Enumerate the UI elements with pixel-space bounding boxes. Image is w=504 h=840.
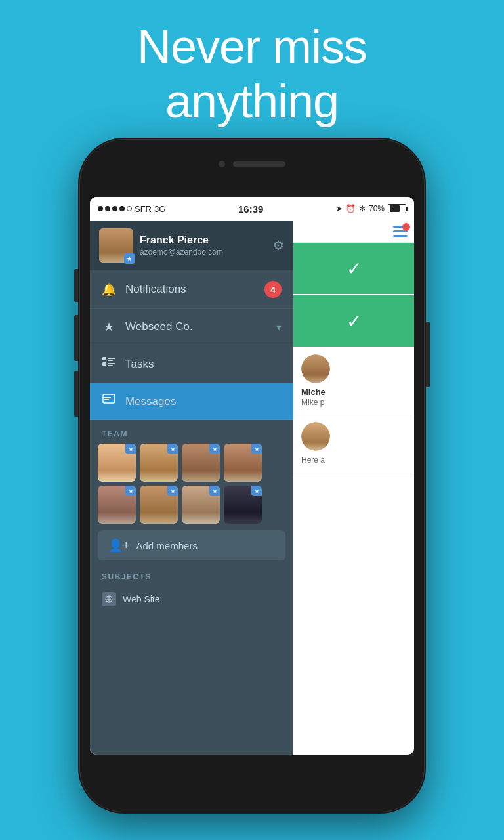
avatar-star-badge: ★	[124, 253, 135, 264]
team-member-7[interactable]: ★	[182, 486, 220, 524]
webseed-label: Webseed Co.	[125, 320, 267, 333]
sidebar: ★ Franck Pierce azdemo@azendoo.com ⚙ 🔔 N…	[90, 220, 293, 755]
volume-up-button	[74, 315, 78, 361]
checkmark-icon-1: ✓	[346, 258, 362, 280]
subject-website-label: Web Site	[123, 594, 160, 604]
message-text-1: Mike p	[301, 397, 406, 408]
member-star-5: ★	[125, 486, 136, 496]
camera-dot	[219, 161, 225, 167]
svg-rect-4	[108, 363, 116, 364]
team-member-8[interactable]: ★	[224, 486, 262, 524]
team-member-3[interactable]: ★	[182, 444, 220, 482]
chevron-down-icon: ▾	[276, 321, 282, 333]
settings-button[interactable]: ⚙	[272, 238, 284, 253]
message-text-2: Here a	[301, 455, 406, 466]
member-star-8: ★	[251, 486, 262, 496]
volume-toggle-button	[74, 269, 78, 302]
nav-item-messages[interactable]: Messages	[90, 383, 293, 420]
add-members-label: Add members	[136, 540, 198, 551]
message-preview-2[interactable]: Here a	[293, 415, 414, 473]
carrier-label: SFR	[135, 204, 152, 214]
right-header	[293, 220, 414, 243]
volume-down-button	[74, 371, 78, 417]
status-left: SFR 3G	[98, 204, 165, 214]
checkmark-icon-2: ✓	[346, 310, 362, 332]
user-email: azdemo@azendoo.com	[140, 247, 266, 257]
speaker-bar	[233, 161, 285, 167]
battery-fill	[390, 205, 400, 212]
notifications-label: Notifications	[125, 283, 255, 296]
message-preview-1[interactable]: Miche Mike p	[293, 348, 414, 415]
member-star-4: ★	[251, 444, 262, 454]
add-person-icon: 👤+	[108, 538, 130, 553]
signal-dot-1	[98, 206, 103, 211]
team-member-2[interactable]: ★	[140, 444, 178, 482]
svg-rect-3	[102, 362, 106, 366]
battery-icon	[388, 204, 406, 213]
power-button	[426, 322, 430, 387]
task-item-2[interactable]: ✓	[293, 295, 414, 348]
location-icon: ➤	[336, 204, 343, 213]
bell-icon: 🔔	[102, 282, 116, 297]
status-bar: SFR 3G 16:39 ➤ ⏰ ✻ 70%	[90, 197, 414, 220]
signal-dots	[98, 206, 132, 211]
signal-dot-4	[119, 206, 125, 211]
notification-dot	[402, 223, 410, 231]
team-member-5[interactable]: ★	[98, 486, 136, 524]
team-member-1[interactable]: ★	[98, 444, 136, 482]
user-info: Franck Pierce azdemo@azendoo.com	[140, 234, 266, 257]
svg-rect-2	[108, 360, 113, 361]
nav-item-webseed[interactable]: ★ Webseed Co. ▾	[90, 309, 293, 345]
menu-line-3	[393, 235, 408, 237]
team-member-6[interactable]: ★	[140, 486, 178, 524]
member-star-3: ★	[209, 444, 220, 454]
member-star-2: ★	[167, 444, 178, 454]
svg-rect-0	[102, 357, 106, 360]
team-grid: ★ ★ ★ ★ ★	[90, 444, 293, 524]
member-star-6: ★	[167, 486, 178, 496]
user-avatar-wrap: ★	[99, 228, 133, 262]
signal-dot-2	[105, 206, 110, 211]
time-display: 16:39	[238, 203, 263, 215]
right-panel: ✓ ✓ Miche Mike p	[293, 220, 414, 755]
hero-title: Never miss anything	[0, 20, 504, 129]
network-label: 3G	[154, 204, 165, 214]
menu-icon-button[interactable]	[393, 226, 408, 237]
svg-rect-1	[108, 358, 116, 359]
user-header[interactable]: ★ Franck Pierce azdemo@azendoo.com ⚙	[90, 220, 293, 270]
subject-icon	[102, 592, 116, 606]
task-item-1[interactable]: ✓	[293, 243, 414, 295]
phone-screen: SFR 3G 16:39 ➤ ⏰ ✻ 70%	[90, 197, 414, 755]
nav-item-notifications[interactable]: 🔔 Notifications 4	[90, 270, 293, 309]
member-star-7: ★	[209, 486, 220, 496]
tasks-label: Tasks	[125, 358, 282, 371]
notifications-badge: 4	[264, 281, 282, 298]
member-star-1: ★	[125, 444, 136, 454]
subject-item-website[interactable]: Web Site	[90, 585, 293, 613]
subjects-section-label: SUBJECTS	[90, 564, 293, 585]
messages-icon	[102, 394, 116, 409]
nav-item-tasks[interactable]: Tasks	[90, 345, 293, 383]
message-avatar-2	[301, 422, 330, 451]
svg-rect-6	[103, 394, 115, 403]
bluetooth-icon: ✻	[359, 204, 366, 213]
battery-percent: 70%	[369, 204, 385, 213]
battery-tip	[406, 207, 408, 211]
signal-dot-5	[127, 206, 132, 211]
status-right: ➤ ⏰ ✻ 70%	[336, 204, 406, 213]
tasks-icon	[102, 356, 116, 372]
star-icon: ★	[102, 320, 116, 334]
user-name: Franck Pierce	[140, 234, 266, 246]
phone-notch	[219, 161, 285, 167]
message-sender-1: Miche	[301, 387, 406, 397]
phone-shell: SFR 3G 16:39 ➤ ⏰ ✻ 70%	[78, 138, 426, 814]
add-members-button[interactable]: 👤+ Add members	[98, 530, 285, 560]
svg-rect-7	[104, 397, 111, 398]
app-content: ★ Franck Pierce azdemo@azendoo.com ⚙ 🔔 N…	[90, 220, 414, 755]
svg-rect-8	[104, 399, 109, 400]
alarm-icon: ⏰	[346, 204, 356, 213]
messages-label: Messages	[125, 395, 282, 408]
message-avatar-1	[301, 354, 330, 383]
svg-rect-5	[108, 365, 113, 366]
team-member-4[interactable]: ★	[224, 444, 262, 482]
